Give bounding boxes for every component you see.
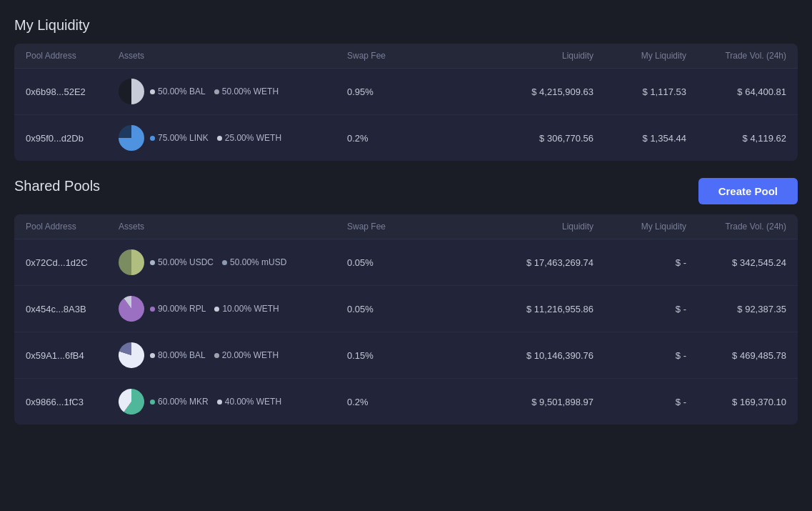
pool-address-cell: 0x454c...8A3B [26, 304, 119, 314]
shared-pools-table: Pool Address Assets Swap Fee Liquidity M… [14, 214, 798, 425]
asset-pct-label: 25.00% WETH [225, 133, 281, 143]
asset-pct-label: 50.00% mUSD [230, 257, 286, 267]
asset-dot-icon [217, 400, 222, 405]
table-row[interactable]: 0x95f0...d2Db75.00% LINK25.00% WETH0.2%$… [14, 115, 798, 161]
asset-label: 75.00% LINK [150, 133, 209, 143]
table-row[interactable]: 0x454c...8A3B90.00% RPL10.00% WETH0.05%$… [14, 286, 798, 332]
my-liquidity-cell: $ - [593, 350, 686, 361]
asset-labels: 50.00% BAL50.00% WETH [150, 86, 279, 96]
asset-dot-icon [150, 353, 155, 358]
trade-vol-cell: $ 169,370.10 [686, 397, 786, 407]
liquidity-cell: $ 9,501,898.97 [493, 397, 593, 407]
pie-chart-icon [119, 125, 144, 151]
asset-labels: 80.00% BAL20.00% WETH [150, 350, 279, 360]
pie-chart-icon [119, 342, 144, 368]
asset-dot-icon [214, 353, 219, 358]
asset-pct-label: 60.00% MKR [158, 397, 209, 407]
sp-col-my-liquidity: My Liquidity [593, 222, 686, 232]
my-liquidity-cell: $ 1,354.44 [593, 133, 686, 144]
trade-vol-cell: $ 4,119.62 [686, 133, 786, 144]
trade-vol-cell: $ 92,387.35 [686, 304, 786, 314]
assets-cell: 90.00% RPL10.00% WETH [119, 296, 347, 322]
asset-label: 40.00% WETH [217, 397, 281, 407]
pool-address-cell: 0x9866...1fC3 [26, 397, 119, 407]
my-liquidity-rows: 0x6b98...52E250.00% BAL50.00% WETH0.95%$… [14, 69, 798, 161]
asset-label: 50.00% WETH [214, 86, 279, 96]
asset-label: 25.00% WETH [217, 133, 281, 143]
table-row[interactable]: 0x59A1...6fB480.00% BAL20.00% WETH0.15%$… [14, 332, 798, 379]
trade-vol-cell: $ 64,400.81 [686, 86, 786, 97]
pool-address-cell: 0x95f0...d2Db [26, 133, 119, 144]
sp-col-trade-vol: Trade Vol. (24h) [686, 222, 786, 232]
asset-label: 80.00% BAL [150, 350, 206, 360]
my-liquidity-section: My Liquidity Pool Address Assets Swap Fe… [14, 17, 798, 161]
asset-pct-label: 90.00% RPL [158, 304, 206, 314]
assets-cell: 80.00% BAL20.00% WETH [119, 342, 347, 368]
asset-dot-icon [150, 307, 155, 312]
asset-dot-icon [150, 400, 155, 405]
shared-pools-header-row: Shared Pools Create Pool [14, 178, 798, 204]
pie-chart-icon [119, 79, 144, 104]
asset-dot-icon [150, 89, 155, 94]
asset-pct-label: 20.00% WETH [222, 350, 279, 360]
asset-dot-icon [150, 260, 155, 265]
asset-pct-label: 50.00% WETH [222, 86, 279, 96]
assets-cell: 60.00% MKR40.00% WETH [119, 389, 347, 415]
assets-cell: 50.00% BAL50.00% WETH [119, 79, 347, 104]
swap-fee-cell: 0.2% [347, 397, 493, 407]
create-pool-button[interactable]: Create Pool [698, 178, 798, 204]
liquidity-cell: $ 11,216,955.86 [493, 304, 593, 314]
asset-label: 50.00% mUSD [222, 257, 286, 267]
assets-cell: 50.00% USDC50.00% mUSD [119, 249, 347, 275]
my-liquidity-table: Pool Address Assets Swap Fee Liquidity M… [14, 44, 798, 161]
asset-label: 50.00% BAL [150, 86, 206, 96]
sp-col-liquidity: Liquidity [493, 222, 593, 232]
asset-pct-label: 75.00% LINK [158, 133, 209, 143]
col-trade-vol: Trade Vol. (24h) [686, 51, 786, 61]
table-row[interactable]: 0x6b98...52E250.00% BAL50.00% WETH0.95%$… [14, 69, 798, 115]
my-liquidity-title: My Liquidity [14, 17, 798, 34]
shared-pools-title: Shared Pools [14, 178, 100, 194]
liquidity-cell: $ 10,146,390.76 [493, 350, 593, 361]
swap-fee-cell: 0.95% [347, 86, 493, 97]
liquidity-cell: $ 306,770.56 [493, 133, 593, 144]
pie-chart-icon [119, 249, 144, 275]
pool-address-cell: 0x59A1...6fB4 [26, 350, 119, 361]
table-row[interactable]: 0x9866...1fC360.00% MKR40.00% WETH0.2%$ … [14, 379, 798, 425]
asset-dot-icon [222, 260, 227, 265]
swap-fee-cell: 0.2% [347, 133, 493, 144]
shared-pools-rows: 0x72Cd...1d2C50.00% USDC50.00% mUSD0.05%… [14, 239, 798, 425]
pie-chart-icon [119, 296, 144, 322]
swap-fee-cell: 0.15% [347, 350, 493, 361]
col-swap-fee: Swap Fee [347, 51, 493, 61]
asset-labels: 60.00% MKR40.00% WETH [150, 397, 281, 407]
asset-pct-label: 40.00% WETH [225, 397, 281, 407]
asset-labels: 75.00% LINK25.00% WETH [150, 133, 281, 143]
pie-chart-icon [119, 389, 144, 415]
sp-col-assets: Assets [119, 222, 347, 232]
my-liquidity-cell: $ - [593, 304, 686, 314]
table-row[interactable]: 0x72Cd...1d2C50.00% USDC50.00% mUSD0.05%… [14, 239, 798, 286]
swap-fee-cell: 0.05% [347, 304, 493, 314]
my-liquidity-header: Pool Address Assets Swap Fee Liquidity M… [14, 44, 798, 69]
trade-vol-cell: $ 469,485.78 [686, 350, 786, 361]
col-liquidity: Liquidity [493, 51, 593, 61]
my-liquidity-cell: $ - [593, 397, 686, 407]
asset-pct-label: 80.00% BAL [158, 350, 206, 360]
asset-pct-label: 50.00% USDC [158, 257, 214, 267]
my-liquidity-cell: $ 1,117.53 [593, 86, 686, 97]
sp-col-swap-fee: Swap Fee [347, 222, 493, 232]
asset-dot-icon [150, 136, 155, 141]
asset-dot-icon [214, 307, 219, 312]
my-liquidity-cell: $ - [593, 257, 686, 268]
asset-label: 10.00% WETH [214, 304, 279, 314]
pool-address-cell: 0x72Cd...1d2C [26, 257, 119, 268]
asset-dot-icon [214, 89, 219, 94]
pool-address-cell: 0x6b98...52E2 [26, 86, 119, 97]
asset-label: 20.00% WETH [214, 350, 279, 360]
asset-pct-label: 10.00% WETH [222, 304, 279, 314]
liquidity-cell: $ 17,463,269.74 [493, 257, 593, 268]
asset-labels: 90.00% RPL10.00% WETH [150, 304, 279, 314]
col-my-liquidity: My Liquidity [593, 51, 686, 61]
col-pool-address: Pool Address [26, 51, 119, 61]
